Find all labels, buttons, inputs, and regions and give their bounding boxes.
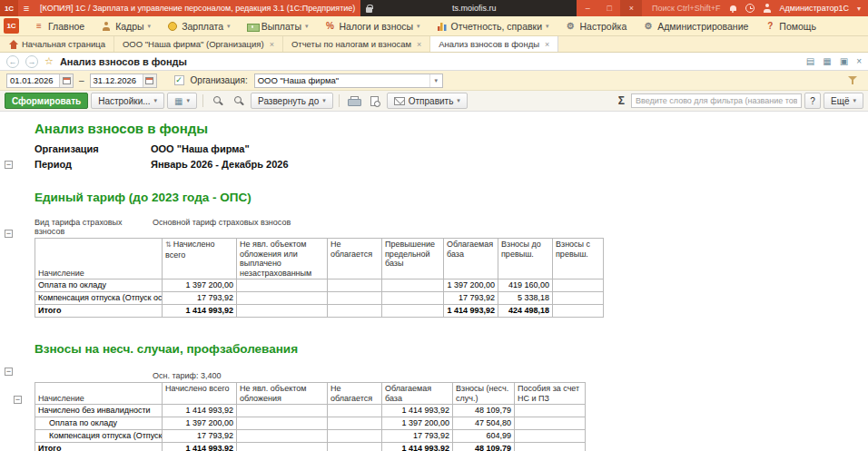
filter-settings-button[interactable] xyxy=(843,74,862,88)
table-row[interactable]: Итого1 414 993,921 414 993,9248 109,79 xyxy=(35,443,586,451)
chevron-down-icon: ▾ xyxy=(457,97,460,104)
menu-item-nalogi[interactable]: %Налоги и взносы▾ xyxy=(316,16,428,35)
close-window-button[interactable]: × xyxy=(620,0,642,16)
column-header[interactable]: ⇅Начислено всего xyxy=(163,239,237,279)
report-variant-button[interactable]: ▦ ▾ xyxy=(167,93,197,109)
section2-meta: Осн. тариф: 3,400 xyxy=(35,371,868,380)
column-header[interactable]: Взносы с превыш. xyxy=(553,239,604,279)
column-header[interactable]: Не явл. объектом обложения xyxy=(237,383,328,405)
row-group-collapse-toggle[interactable]: − xyxy=(14,396,22,404)
settings-button[interactable]: Настройки... ▾ xyxy=(91,93,164,109)
cell-value: 1 397 200,00 xyxy=(163,417,237,430)
group-collapse-toggle[interactable]: − xyxy=(5,368,13,376)
list-view-icon[interactable]: ▤ xyxy=(806,56,814,66)
row-label: Итого xyxy=(35,305,163,318)
cell-value: 1 414 993,92 xyxy=(382,443,453,451)
windows-icon[interactable]: ▣ xyxy=(840,56,848,66)
form-close-icon[interactable]: × xyxy=(856,56,862,66)
cell-value: 48 109,79 xyxy=(453,405,515,417)
table-row[interactable]: Оплата по окладу1 397 200,001 397 200,00… xyxy=(35,417,586,430)
tab-close-icon[interactable]: × xyxy=(270,40,274,49)
tariff-kind-value: Основной тариф страховых взносов xyxy=(153,218,291,236)
column-header[interactable]: Не облагается xyxy=(328,383,382,405)
group-collapse-toggle[interactable]: − xyxy=(5,230,13,238)
column-header[interactable]: Взносы до превыш. xyxy=(498,239,553,279)
calendar-button[interactable] xyxy=(59,74,73,87)
column-header[interactable]: Начислено всего xyxy=(163,383,237,405)
group-collapse-toggle[interactable]: − xyxy=(5,161,13,169)
onec-logo[interactable]: 1С xyxy=(4,18,19,34)
chevron-down-icon[interactable]: ▾ xyxy=(429,74,442,87)
menu-item-administrirovanie[interactable]: ⚙Администрирование xyxy=(635,16,756,35)
tab-close-icon[interactable]: × xyxy=(417,40,421,49)
cell-value: 1 397 200,00 xyxy=(444,279,498,292)
chevron-down-icon: ▾ xyxy=(305,23,309,30)
send-button[interactable]: Отправить ▾ xyxy=(387,93,468,109)
column-header[interactable]: Пособия за счет НС и ПЗ xyxy=(515,383,586,405)
print-preview-button[interactable] xyxy=(366,93,384,109)
date-from-field[interactable]: 01.01.2026 xyxy=(6,74,74,88)
chevron-down-icon[interactable]: ▾ xyxy=(857,5,861,13)
menu-item-vyplaty[interactable]: Выплаты▾ xyxy=(239,16,317,35)
menu-item-pomosch[interactable]: ?Помощь xyxy=(756,16,824,35)
tab[interactable]: Отчеты по налогам и взносам× xyxy=(283,36,430,52)
home-icon: ≡ xyxy=(34,21,44,31)
org-value: ООО "Наша фирма" xyxy=(255,75,429,85)
column-header[interactable]: Начисление xyxy=(35,239,163,279)
hamburger-icon[interactable]: ≡ xyxy=(18,3,35,14)
row-label: Итого xyxy=(35,443,163,451)
find-next-button[interactable] xyxy=(230,93,248,109)
page-title: Анализ взносов в фонды xyxy=(60,56,187,67)
menu-item-main[interactable]: ≡Главное xyxy=(25,16,93,35)
cell-value: 1 397 200,00 xyxy=(163,279,237,292)
tab[interactable]: Анализ взносов в фонды× xyxy=(430,36,558,52)
column-header[interactable]: Облагаемая база xyxy=(382,383,453,405)
column-header[interactable]: Взносы (несч. случ.) xyxy=(453,383,515,405)
user-name[interactable]: Администратор1С xyxy=(780,4,849,13)
column-header[interactable]: Не облагается xyxy=(328,239,382,279)
cell-value xyxy=(237,305,328,318)
quick-filter-input[interactable] xyxy=(631,93,802,108)
maximize-button[interactable]: □ xyxy=(598,0,620,16)
find-button[interactable] xyxy=(209,93,227,109)
column-header[interactable]: Облагаемая база xyxy=(444,239,498,279)
date-to-field[interactable]: 31.12.2026 xyxy=(90,74,157,88)
help-button[interactable]: ? xyxy=(804,93,821,109)
column-header[interactable]: Начисление xyxy=(35,383,163,405)
menu-item-otchetnost[interactable]: Отчетность, справки▾ xyxy=(429,16,557,35)
notifications-icon[interactable] xyxy=(729,5,737,13)
back-button[interactable]: ← xyxy=(6,55,19,68)
expand-to-button[interactable]: Развернуть до ▾ xyxy=(251,93,333,109)
table-row[interactable]: Компенсация отпуска (Отпуск основной)17 … xyxy=(35,292,604,305)
history-icon[interactable] xyxy=(745,4,755,13)
menu-item-kadry[interactable]: Кадры▾ xyxy=(93,16,159,35)
org-checkbox[interactable]: ✓ xyxy=(174,75,184,85)
autosum-button[interactable]: Σ xyxy=(615,94,628,107)
menu-item-zarplata[interactable]: Зарплата▾ xyxy=(159,16,239,35)
forward-button[interactable]: → xyxy=(25,55,38,68)
tab-close-icon[interactable]: × xyxy=(545,40,549,49)
table-row[interactable]: Начислено без инвалидности1 414 993,921 … xyxy=(35,405,586,417)
tab[interactable]: ООО "Наша фирма" (Организация)× xyxy=(114,36,283,52)
table-row[interactable]: Оплата по окладу1 397 200,001 397 200,00… xyxy=(35,279,604,292)
cell-value xyxy=(553,292,604,305)
address-bar[interactable]: ts.moiofis.ru xyxy=(360,0,577,16)
menu-item-nastroyka[interactable]: ⚙Настройка xyxy=(557,16,636,35)
minimize-button[interactable]: – xyxy=(577,0,598,16)
cell-value xyxy=(328,405,382,417)
print-button[interactable] xyxy=(345,93,363,109)
table-row[interactable]: Итого1 414 993,921 414 993,92424 498,18 xyxy=(35,305,604,318)
column-header[interactable]: Не явл. объектом обложения или выплачено… xyxy=(237,239,328,279)
org-select[interactable]: ООО "Наша фирма" ▾ xyxy=(254,74,443,88)
menu-item-label: Налоги и взносы xyxy=(339,21,413,32)
favorite-star-icon[interactable]: ☆ xyxy=(44,55,54,67)
column-header[interactable]: Превышение предельной базы xyxy=(382,239,444,279)
tab-home[interactable]: Начальная страница xyxy=(0,36,114,52)
calendar-button[interactable] xyxy=(143,74,156,87)
more-button[interactable]: Ещё ▾ xyxy=(824,93,863,109)
grid-view-icon[interactable]: ▦ xyxy=(823,56,831,66)
global-search-button[interactable]: Поиск Ctrl+Shift+F xyxy=(652,4,720,13)
table-row[interactable]: Компенсация отпуска (Отпуск основной)17 … xyxy=(35,430,586,443)
generate-button[interactable]: Сформировать xyxy=(5,93,88,109)
chevron-down-icon: ▾ xyxy=(417,23,420,30)
